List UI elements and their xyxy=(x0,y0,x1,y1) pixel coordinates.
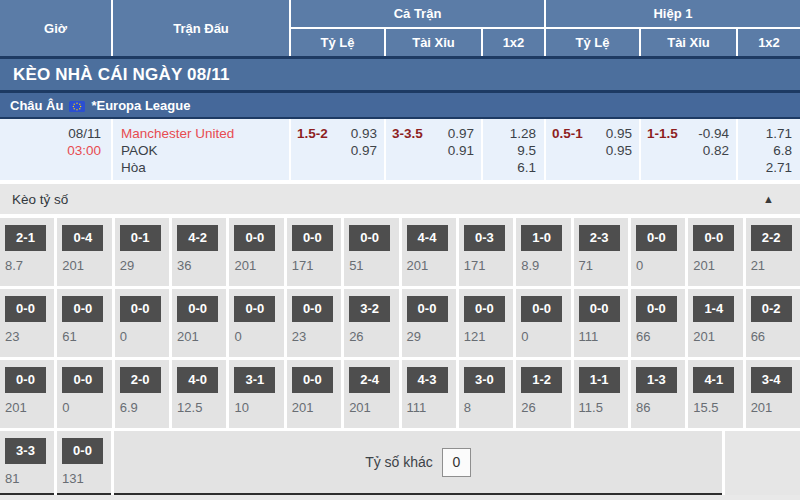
score-chip[interactable]: 0-0 xyxy=(292,225,333,251)
score-cell[interactable]: 4-012.5 xyxy=(172,360,226,428)
score-cell[interactable]: 3-226 xyxy=(344,289,398,357)
score-cell[interactable]: 0-00 xyxy=(516,289,570,357)
score-cell[interactable]: 0-023 xyxy=(287,289,341,357)
score-chip[interactable]: 0-0 xyxy=(407,296,448,322)
score-chip[interactable]: 0-0 xyxy=(579,296,620,322)
score-chip[interactable]: 3-4 xyxy=(751,367,792,393)
half-handicap-home-odds[interactable]: 0.95 xyxy=(606,125,632,142)
score-chip[interactable]: 2-3 xyxy=(579,225,620,251)
score-chip[interactable]: 4-0 xyxy=(177,367,218,393)
score-cell[interactable]: 0-0131 xyxy=(57,431,111,495)
score-chip[interactable]: 3-0 xyxy=(464,367,505,393)
score-chip[interactable]: 0-0 xyxy=(292,296,333,322)
score-chip[interactable]: 3-1 xyxy=(234,367,275,393)
league-name[interactable]: *Europa League xyxy=(91,98,190,113)
half-1x2-home[interactable]: 1.71 xyxy=(738,125,792,142)
score-chip[interactable]: 0-0 xyxy=(234,296,275,322)
collapse-icon[interactable]: ▲ xyxy=(763,193,774,205)
score-cell[interactable]: 1-226 xyxy=(516,360,570,428)
score-chip[interactable]: 0-0 xyxy=(234,225,275,251)
score-chip[interactable]: 0-0 xyxy=(521,296,562,322)
score-chip[interactable]: 0-0 xyxy=(62,296,103,322)
score-chip[interactable]: 3-2 xyxy=(349,296,390,322)
score-cell[interactable]: 0-4201 xyxy=(57,218,111,286)
half-1x2-draw[interactable]: 6.8 xyxy=(738,142,792,159)
score-chip[interactable]: 0-1 xyxy=(120,225,161,251)
score-chip[interactable]: 0-2 xyxy=(751,296,792,322)
score-chip[interactable]: 4-3 xyxy=(407,367,448,393)
score-chip[interactable]: 1-1 xyxy=(579,367,620,393)
full-handicap-home-odds[interactable]: 0.93 xyxy=(351,125,377,142)
score-cell[interactable]: 2-06.9 xyxy=(115,360,169,428)
score-cell[interactable]: 0-051 xyxy=(344,218,398,286)
score-cell[interactable]: 1-4201 xyxy=(688,289,742,357)
score-cell[interactable]: 0-00 xyxy=(229,289,283,357)
league-bar[interactable]: Châu Âu *Europa League xyxy=(0,93,800,117)
score-cell[interactable]: 2-4201 xyxy=(344,360,398,428)
score-chip[interactable]: 2-2 xyxy=(751,225,792,251)
full-1x2-home[interactable]: 1.28 xyxy=(483,125,536,142)
score-chip[interactable]: 4-2 xyxy=(177,225,218,251)
full-1x2-draw[interactable]: 9.5 xyxy=(483,142,536,159)
score-cell[interactable]: 3-110 xyxy=(229,360,283,428)
score-cell[interactable]: 4-3111 xyxy=(402,360,456,428)
half-under-odds[interactable]: 0.82 xyxy=(703,142,729,159)
score-cell[interactable]: 0-0201 xyxy=(0,360,54,428)
score-cell[interactable]: 0-0201 xyxy=(229,218,283,286)
score-chip[interactable]: 0-4 xyxy=(62,225,103,251)
score-cell[interactable]: 0-129 xyxy=(115,218,169,286)
score-chip[interactable]: 0-3 xyxy=(464,225,505,251)
score-chip[interactable]: 1-4 xyxy=(693,296,734,322)
score-chip[interactable]: 3-3 xyxy=(5,438,46,464)
score-cell[interactable]: 0-0171 xyxy=(287,218,341,286)
half-1x2-away[interactable]: 2.71 xyxy=(738,159,792,176)
score-cell[interactable]: 1-386 xyxy=(631,360,685,428)
score-chip[interactable]: 2-4 xyxy=(349,367,390,393)
score-cell[interactable]: 1-111.5 xyxy=(574,360,628,428)
score-cell[interactable]: 0-00 xyxy=(115,289,169,357)
half-over-odds[interactable]: -0.94 xyxy=(698,125,729,142)
score-chip[interactable]: 0-0 xyxy=(349,225,390,251)
score-chip[interactable]: 1-0 xyxy=(521,225,562,251)
full-under-odds[interactable]: 0.91 xyxy=(448,142,474,159)
half-handicap-away-odds[interactable]: 0.95 xyxy=(606,142,632,159)
score-cell[interactable]: 3-381 xyxy=(0,431,54,495)
score-chip[interactable]: 4-1 xyxy=(693,367,734,393)
score-chip[interactable]: 4-4 xyxy=(407,225,448,251)
score-chip[interactable]: 0-0 xyxy=(5,296,46,322)
score-chip[interactable]: 1-3 xyxy=(636,367,677,393)
score-chip[interactable]: 0-0 xyxy=(62,438,103,464)
score-chip[interactable]: 0-0 xyxy=(292,367,333,393)
score-cell[interactable]: 4-4201 xyxy=(402,218,456,286)
score-cell[interactable]: 4-115.5 xyxy=(688,360,742,428)
score-chip[interactable]: 0-0 xyxy=(464,296,505,322)
other-score-input[interactable] xyxy=(442,448,471,477)
score-cell[interactable]: 1-08.9 xyxy=(516,218,570,286)
score-cell[interactable]: 2-221 xyxy=(746,218,800,286)
score-cell[interactable]: 2-18.7 xyxy=(0,218,54,286)
score-chip[interactable]: 0-0 xyxy=(636,296,677,322)
score-chip[interactable]: 0-0 xyxy=(120,296,161,322)
score-chip[interactable]: 2-1 xyxy=(5,225,46,251)
full-1x2-away[interactable]: 6.1 xyxy=(483,159,536,176)
score-cell[interactable]: 0-00 xyxy=(631,218,685,286)
full-handicap-away-odds[interactable]: 0.97 xyxy=(351,142,377,159)
score-chip[interactable]: 2-0 xyxy=(120,367,161,393)
score-cell[interactable]: 0-029 xyxy=(402,289,456,357)
score-chip[interactable]: 0-0 xyxy=(5,367,46,393)
score-cell[interactable]: 0-00 xyxy=(57,360,111,428)
score-cell[interactable]: 4-236 xyxy=(172,218,226,286)
score-chip[interactable]: 0-0 xyxy=(62,367,103,393)
score-cell[interactable]: 0-061 xyxy=(57,289,111,357)
score-cell[interactable]: 0-266 xyxy=(746,289,800,357)
score-chip[interactable]: 0-0 xyxy=(177,296,218,322)
score-cell[interactable]: 0-023 xyxy=(0,289,54,357)
score-cell[interactable]: 2-371 xyxy=(574,218,628,286)
score-cell[interactable]: 3-4201 xyxy=(746,360,800,428)
score-section-header[interactable]: Kèo tỷ số ▲ xyxy=(0,184,800,214)
score-chip[interactable]: 0-0 xyxy=(693,225,734,251)
score-cell[interactable]: 0-3171 xyxy=(459,218,513,286)
score-cell[interactable]: 3-08 xyxy=(459,360,513,428)
score-cell[interactable]: 0-0201 xyxy=(688,218,742,286)
score-cell[interactable]: 0-0111 xyxy=(574,289,628,357)
